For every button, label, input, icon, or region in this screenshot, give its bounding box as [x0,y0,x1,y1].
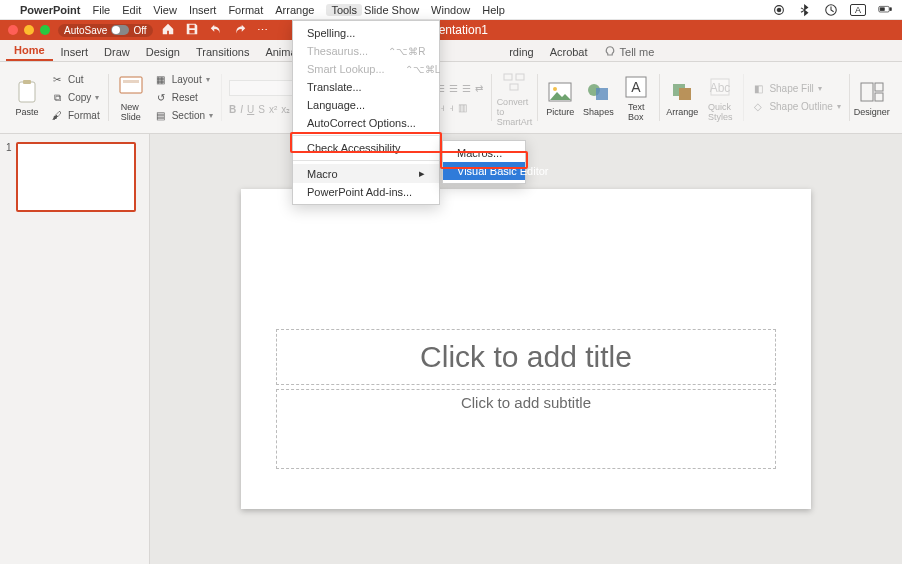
macro-macros[interactable]: Macros... [443,144,525,162]
svg-rect-8 [120,77,142,93]
app-name[interactable]: PowerPoint [20,4,81,16]
group-convert: Convert to SmartArt [493,66,535,129]
home-qat-icon[interactable] [161,22,175,38]
tools-translate[interactable]: Translate... [293,78,439,96]
macro-vbe[interactable]: Visual Basic Editor [443,162,525,180]
menu-format[interactable]: Format [228,4,263,16]
copy-button[interactable]: ⧉Copy▾ [48,90,102,106]
layout-icon: ▦ [154,73,168,87]
group-designer: Designer [851,66,893,129]
reminders-status-icon[interactable] [772,3,786,17]
group-shape-format: ◧Shape Fill▾ ◇Shape Outline▾ [745,66,846,129]
new-slide-label: New Slide [121,102,141,122]
tab-partial-rding[interactable]: rding [501,43,541,61]
tools-autocorrect[interactable]: AutoCorrect Options... [293,114,439,132]
menu-help[interactable]: Help [482,4,505,16]
menu-file[interactable]: File [93,4,111,16]
tools-macro[interactable]: Macro▸ [293,164,439,183]
convert-label: Convert to SmartArt [497,97,533,127]
section-button[interactable]: ▤Section▾ [152,108,215,124]
chevron-right-icon: ▸ [419,167,425,180]
svg-point-1 [777,8,781,12]
zoom-window-icon[interactable] [40,25,50,35]
svg-rect-23 [861,83,873,101]
designer-button[interactable]: Designer [855,79,889,117]
window-controls [0,25,58,35]
tools-check-accessibility[interactable]: Check Accessibility [293,139,439,157]
redo-qat-icon[interactable] [233,22,247,38]
save-qat-icon[interactable] [185,22,199,38]
titlebar: AutoSave Off ⋯ Presentation1 [0,20,902,40]
tab-insert[interactable]: Insert [53,43,97,61]
tools-language[interactable]: Language... [293,96,439,114]
shapes-button[interactable]: Shapes [581,79,615,117]
slide-number: 1 [6,142,12,212]
copy-icon: ⧉ [50,91,64,105]
new-slide-button[interactable]: New Slide [114,74,148,122]
autosave-toggle[interactable]: AutoSave Off [58,24,153,37]
cut-button[interactable]: ✂Cut [48,72,102,88]
svg-rect-24 [875,83,883,91]
svg-rect-20 [679,88,691,100]
group-slides: New Slide ▦Layout▾ ↺Reset ▤Section▾ [110,66,219,129]
menu-view[interactable]: View [153,4,177,16]
tools-addins[interactable]: PowerPoint Add-ins... [293,183,439,201]
reset-button[interactable]: ↺Reset [152,90,215,106]
svg-rect-9 [123,80,139,83]
tools-smart-lookup: Smart Lookup...⌃⌥⌘L [293,60,439,78]
paste-button[interactable]: Paste [10,79,44,117]
shape-fill-button: ◧Shape Fill▾ [749,81,842,97]
tools-dropdown: Spelling... Thesaurus...⌃⌥⌘R Smart Looku… [292,20,440,205]
svg-text:Abc: Abc [710,81,731,95]
input-source-icon[interactable]: A [850,4,866,16]
tab-draw[interactable]: Draw [96,43,138,61]
menu-arrange[interactable]: Arrange [275,4,314,16]
tab-design[interactable]: Design [138,43,188,61]
svg-rect-10 [504,74,512,80]
shape-outline-button: ◇Shape Outline▾ [749,99,842,115]
tell-me-search[interactable]: Tell me [596,43,663,61]
paste-label: Paste [15,107,38,117]
more-qat-icon[interactable]: ⋯ [257,24,268,37]
ribbon-tabs: Home Insert Draw Design Transitions Anim… [0,40,902,62]
slide-canvas[interactable]: Click to add title Click to add subtitle [241,189,811,509]
battery-status-icon[interactable] [878,3,892,17]
menu-edit[interactable]: Edit [122,4,141,16]
tab-transitions[interactable]: Transitions [188,43,257,61]
workspace: 1 Click to add title Click to add subtit… [0,134,902,564]
arrange-button[interactable]: Arrange [665,79,699,117]
svg-rect-12 [510,84,518,90]
slide-editor[interactable]: Click to add title Click to add subtitle [150,134,902,564]
svg-text:A: A [632,79,642,95]
menu-tools[interactable]: Tools [326,4,362,16]
group-insert: Picture Shapes A Text Box [539,66,657,129]
quick-styles-button: Abc Quick Styles [703,74,737,122]
svg-rect-4 [890,8,891,11]
tab-home[interactable]: Home [6,41,53,61]
menu-insert[interactable]: Insert [189,4,217,16]
menu-window[interactable]: Window [431,4,470,16]
subtitle-placeholder[interactable]: Click to add subtitle [276,389,776,469]
layout-button[interactable]: ▦Layout▾ [152,72,215,88]
bluetooth-status-icon[interactable] [798,3,812,17]
svg-point-14 [553,87,557,91]
tab-acrobat[interactable]: Acrobat [542,43,596,61]
undo-qat-icon[interactable] [209,22,223,38]
title-placeholder[interactable]: Click to add title [276,329,776,385]
clock-status-icon[interactable] [824,3,838,17]
group-clipboard: Paste ✂Cut ⧉Copy▾ 🖌Format [6,66,106,129]
textbox-button[interactable]: A Text Box [619,74,653,122]
slide-thumbnail-1[interactable] [16,142,136,212]
picture-button[interactable]: Picture [543,79,577,117]
menu-separator [293,135,439,136]
autosave-switch-icon[interactable] [111,25,129,35]
format-painter-button[interactable]: 🖌Format [48,108,102,124]
close-window-icon[interactable] [8,25,18,35]
svg-rect-6 [19,82,35,102]
mac-menubar: PowerPoint File Edit View Insert Format … [0,0,902,20]
menu-slideshow[interactable]: Slide Show [364,4,419,16]
tools-spelling[interactable]: Spelling... [293,24,439,42]
thumbnail-pane[interactable]: 1 [0,134,150,564]
minimize-window-icon[interactable] [24,25,34,35]
fill-bucket-icon: ◧ [751,82,765,96]
